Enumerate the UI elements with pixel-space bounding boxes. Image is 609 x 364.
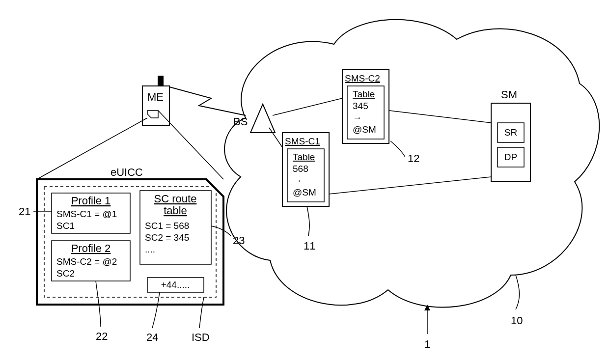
ref-1-arrow [424, 305, 430, 334]
profile1-l1: SMS-C1 = @1 [56, 209, 117, 219]
smsc1-box: SMS-C1 Table 568 → @SM [282, 133, 329, 206]
smsc2-l2: → [353, 112, 362, 123]
phone-value: +44..... [161, 280, 190, 290]
svg-rect-0 [158, 76, 164, 86]
scroute-l3: .... [145, 244, 155, 254]
smsc1-l3: @SM [293, 187, 316, 197]
sm-box: SM SR DP [491, 88, 530, 182]
isd-label: ISD [192, 331, 210, 343]
ref-24: 24 [146, 331, 158, 343]
ref-21: 21 [19, 205, 30, 218]
radio-link-icon [169, 87, 246, 115]
magnify-line-right [158, 111, 223, 179]
scroute-l2: SC2 = 345 [145, 232, 189, 243]
leader-12 [390, 141, 405, 157]
smsc2-l3: @SM [353, 124, 376, 135]
link-smsc1-sm [329, 177, 491, 194]
profile2-l1: SMS-C2 = @2 [56, 256, 117, 267]
sm-label: SM [501, 88, 517, 101]
link-bs-smsc2 [273, 98, 342, 115]
profile1-l2: SC1 [56, 221, 75, 231]
smsc1-l2: → [293, 175, 302, 186]
smsc1-table-title: Table [293, 152, 315, 162]
ref-23: 23 [233, 234, 245, 247]
me-label: ME [147, 91, 164, 103]
sm-sr: SR [504, 127, 517, 138]
scroute-l1: SC1 = 568 [145, 221, 189, 231]
profile-1-box: Profile 1 SMS-C1 = @1 SC1 [52, 193, 130, 233]
ref-11: 11 [304, 240, 315, 252]
profile1-title: Profile 1 [71, 195, 111, 207]
ref-10: 10 [511, 314, 523, 327]
scroute-t2: table [164, 204, 187, 217]
smsc2-l1: 345 [353, 101, 368, 111]
profile2-title: Profile 2 [71, 242, 111, 254]
scroute-t1: SC route [154, 193, 197, 205]
base-station: BS [233, 104, 275, 133]
bs-label: BS [233, 115, 248, 128]
smsc1-label: SMS-C1 [285, 136, 320, 146]
smsc2-table-title: Table [353, 89, 375, 99]
profile-2-box: Profile 2 SMS-C2 = @2 SC2 [52, 241, 130, 281]
leader-11 [307, 206, 309, 236]
smsc1-l1: 568 [293, 164, 308, 174]
sc-route-table-box: SC route table SC1 = 568 SC2 = 345 .... [140, 191, 211, 264]
phone-box: +44..... [147, 278, 204, 292]
smsc2-label: SMS-C2 [345, 73, 380, 84]
ref-1: 1 [424, 338, 430, 350]
link-bs-smsc1 [269, 128, 282, 147]
ref-12: 12 [408, 152, 419, 165]
link-smsc2-sm [389, 111, 491, 123]
profile2-l2: SC2 [56, 268, 75, 279]
ref-22: 22 [96, 330, 108, 342]
smsc2-box: SMS-C2 Table 345 → @SM [342, 70, 389, 143]
sm-dp: DP [504, 152, 517, 162]
leader-10 [516, 275, 520, 309]
euicc-label: eUICC [111, 166, 143, 178]
